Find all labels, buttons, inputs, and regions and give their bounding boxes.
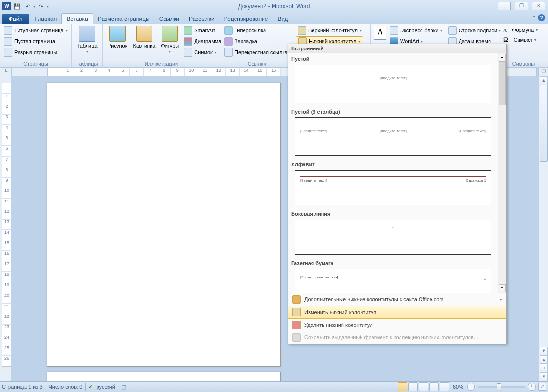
scroll-down-icon[interactable]: ▼ <box>540 347 548 355</box>
qat-customize-dropdown[interactable]: ▾ <box>47 4 49 9</box>
page-break-button[interactable]: Разрыв страницы <box>2 48 69 57</box>
blank-page-button[interactable]: Пустая страница <box>2 37 69 46</box>
gallery-item-newspaper[interactable]: [Введите имя автора] 1 <box>295 269 491 293</box>
tab-view[interactable]: Вид <box>273 14 293 24</box>
view-outline-button[interactable] <box>429 382 439 391</box>
cover-page-button[interactable]: Титульная страница <box>2 26 69 35</box>
status-language[interactable]: русский <box>97 384 115 390</box>
footer-gallery-dropdown: Встроенный Пустой [Введите текст] Пустой… <box>288 44 507 344</box>
smartart-button[interactable]: SmartArt <box>182 26 223 35</box>
minimize-ribbon-icon[interactable]: ⌃ <box>532 15 536 21</box>
gallery-item-empty[interactable]: [Введите текст] <box>295 65 491 103</box>
group-links-label: Ссылки <box>222 60 292 67</box>
window-title: Документ2 - Microsoft Word <box>0 3 548 10</box>
vertical-ruler[interactable]: 1234567891011121314151617181920212223242… <box>0 76 12 382</box>
gallery-scrollbar[interactable]: ▲ ▼ <box>498 53 506 293</box>
word-window: W 💾 ↶ ▾ ↷ ▾ Документ2 - Microsoft Word —… <box>0 0 548 392</box>
save-footer-command: Сохранить выделенный фрагмент в коллекци… <box>288 331 506 344</box>
tab-mailings[interactable]: Рассылки <box>184 14 219 24</box>
close-button[interactable]: ✕ <box>532 2 545 10</box>
tab-home[interactable]: Главная <box>30 14 62 24</box>
word-icon[interactable]: W <box>2 2 11 10</box>
edit-footer-icon <box>292 308 301 316</box>
quickparts-button[interactable]: Экспресс-блоки <box>388 26 444 35</box>
gallery-item-label: Пустой <box>288 53 498 63</box>
file-tab[interactable]: Файл <box>2 14 29 24</box>
statusbar: Страница: 1 из 3 Число слов: 0 ✔ русский… <box>0 381 548 392</box>
qat-undo-dropdown[interactable]: ▾ <box>33 4 35 9</box>
shapes-button[interactable]: Фигуры <box>158 25 182 55</box>
group-symbols-label: Символы <box>501 60 546 67</box>
table-button[interactable]: Таблица <box>74 25 100 55</box>
zoom-fit-button[interactable]: ⤢ <box>538 383 546 391</box>
zoom-in-button[interactable]: + <box>528 383 536 391</box>
group-pages-label: Страницы <box>2 60 69 67</box>
next-page-icon[interactable]: ▾ <box>540 373 548 381</box>
gallery-item-three-col[interactable]: [Введите текст] [Введите текст] [Введите… <box>295 117 491 156</box>
screenshot-button[interactable]: Снимок <box>182 48 223 57</box>
zoom-slider-thumb[interactable] <box>497 383 501 391</box>
gallery-item-label: Алфавит <box>288 159 498 169</box>
signature-button[interactable]: Строка подписи <box>446 26 503 35</box>
proofing-icon[interactable]: ✔ <box>88 384 93 390</box>
gallery-scroll-thumb[interactable] <box>499 61 506 105</box>
gallery-item-label: Пустой (3 столбца) <box>288 106 498 116</box>
view-fullscreen-button[interactable] <box>408 382 418 391</box>
ruler-toggle-icon[interactable]: ▢ <box>538 67 548 77</box>
gallery-section-builtin: Встроенный <box>288 44 506 53</box>
gallery-item-label: Газетная бумага <box>288 258 498 268</box>
vertical-scrollbar[interactable]: ▲ ▼ ▴ ○ ▾ <box>539 76 548 382</box>
gallery-item-label: Боковая линия <box>288 208 498 218</box>
zoom-level[interactable]: 60% <box>453 384 463 390</box>
maximize-button[interactable]: ❐ <box>515 2 528 10</box>
ribbon-tabs: Файл Главная Вставка Разметка страницы С… <box>0 12 548 24</box>
view-web-button[interactable] <box>419 382 428 391</box>
titlebar: W 💾 ↶ ▾ ↷ ▾ Документ2 - Microsoft Word —… <box>0 0 548 12</box>
edit-footer-command[interactable]: Изменить нижний колонтитул <box>288 306 506 319</box>
remove-footer-icon <box>292 321 301 329</box>
crossref-button[interactable]: Перекрестная ссылка <box>222 48 290 57</box>
hyperlink-button[interactable]: Гиперссылка <box>222 26 290 35</box>
save-selection-icon <box>292 333 301 342</box>
qat-redo-icon[interactable]: ↷ <box>36 1 46 11</box>
qat-undo-icon[interactable]: ↶ <box>23 1 32 11</box>
equation-button[interactable]: π Формула <box>501 26 539 34</box>
gallery-item-sideline[interactable]: 1 <box>295 220 491 255</box>
help-icon[interactable]: ? <box>538 14 545 21</box>
view-print-layout-button[interactable] <box>398 382 407 391</box>
scroll-thumb[interactable] <box>540 85 548 162</box>
tab-insert[interactable]: Вставка <box>61 13 93 24</box>
group-illustrations-label: Иллюстрации <box>105 60 218 67</box>
tab-review[interactable]: Рецензирование <box>219 14 273 24</box>
zoom-slider[interactable] <box>478 386 525 388</box>
chart-button[interactable]: Диаграмма <box>182 37 223 46</box>
textbox-button[interactable]: A <box>372 25 388 41</box>
page-2[interactable] <box>47 372 281 382</box>
browse-object-icon[interactable]: ○ <box>540 364 548 373</box>
gallery-item-alphabet[interactable]: [Введите текст] Страница 1 <box>295 170 491 205</box>
view-draft-button[interactable] <box>440 382 449 391</box>
group-tables-label: Таблицы <box>74 60 100 67</box>
page-1[interactable] <box>47 83 281 367</box>
qat-save-icon[interactable]: 💾 <box>12 1 22 11</box>
gallery-scroll-up-icon[interactable]: ▲ <box>499 54 506 62</box>
clipart-button[interactable]: Картинка <box>130 25 158 49</box>
picture-button[interactable]: Рисунок <box>105 25 130 49</box>
ruler-corner[interactable]: L <box>0 67 12 77</box>
tab-references[interactable]: Ссылки <box>155 14 184 24</box>
scroll-up-icon[interactable]: ▲ <box>540 76 548 85</box>
bookmark-button[interactable]: Закладка <box>222 37 290 46</box>
tab-page-layout[interactable]: Разметка страницы <box>93 14 155 24</box>
more-footers-command[interactable]: Дополнительные нижние колонтитулы с сайт… <box>288 293 506 306</box>
status-page[interactable]: Страница: 1 из 3 <box>2 384 43 390</box>
office-icon <box>292 295 301 304</box>
prev-page-icon[interactable]: ▴ <box>540 355 548 364</box>
gallery-scroll-down-icon[interactable]: ▼ <box>499 284 506 292</box>
remove-footer-command[interactable]: Удалить нижний колонтитул <box>288 319 506 331</box>
minimize-button[interactable]: — <box>498 2 511 10</box>
symbol-button[interactable]: Ω Символ <box>501 36 539 44</box>
status-words[interactable]: Число слов: 0 <box>49 384 83 390</box>
macro-record-icon[interactable]: ▢ <box>121 384 126 390</box>
header-button[interactable]: Верхний колонтитул <box>296 26 363 35</box>
zoom-out-button[interactable]: − <box>467 383 475 391</box>
